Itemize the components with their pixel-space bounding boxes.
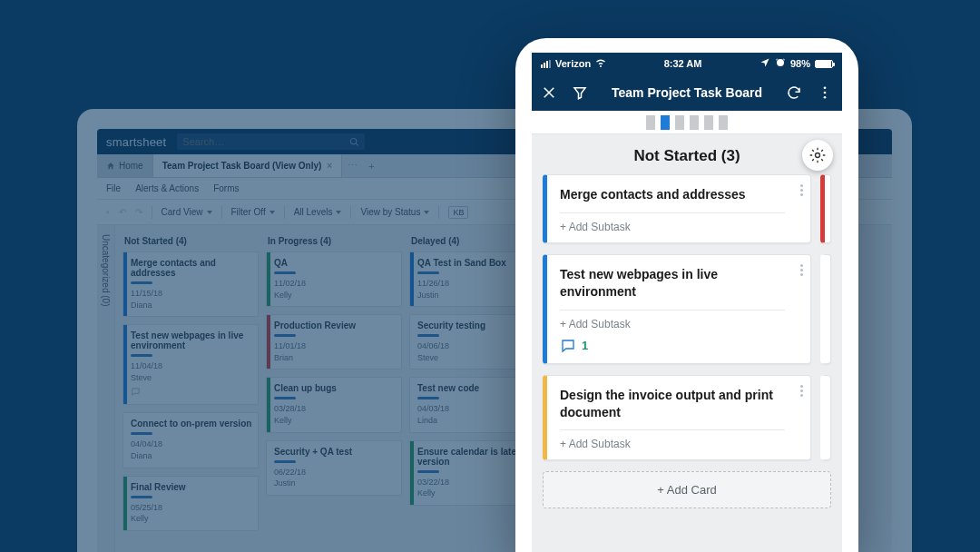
card-title: Merge contacts and addresses — [560, 186, 785, 203]
card-menu-icon[interactable] — [800, 264, 803, 276]
battery-icon — [815, 60, 833, 68]
status-time: 8:32 AM — [664, 58, 702, 69]
lane-card[interactable]: Production Review11/01/18Brian — [266, 314, 402, 370]
carrier-label: Verizon — [555, 58, 591, 69]
viewby-button[interactable]: View by Status — [360, 207, 429, 217]
card-title: Test new webpages in live environment — [560, 266, 785, 301]
battery-pct: 98% — [790, 58, 810, 69]
lane-card-title: Security + QA test — [274, 447, 396, 457]
lane-card[interactable]: Connect to on-prem version04/04/18Diana — [122, 412, 259, 468]
lane-card-title: Clean up bugs — [274, 383, 396, 393]
uncategorized-lane[interactable]: Uncategorized (0) — [97, 225, 115, 552]
close-tab-icon[interactable]: × — [327, 161, 332, 171]
svg-point-1 — [824, 92, 827, 94]
column-title: Not Started (3) — [633, 147, 740, 165]
task-card[interactable]: Test new webpages in live environment + … — [543, 254, 811, 364]
lane-card[interactable]: Test new webpages in live environment11/… — [122, 324, 259, 405]
appbar-title: Team Project Task Board — [612, 85, 762, 100]
menu-alerts[interactable]: Alerts & Actions — [135, 183, 199, 193]
lane-header: Not Started (4) — [122, 232, 259, 251]
alarm-icon — [775, 57, 786, 70]
lane-card[interactable]: Merge contacts and addresses11/15/18Dian… — [122, 251, 259, 317]
lane-header: In Progress (4) — [266, 232, 402, 251]
lane-card-assignee: Justin — [274, 478, 396, 489]
wifi-icon — [595, 57, 606, 70]
app-bar: Team Project Task Board — [532, 74, 842, 111]
active-sheet-tab[interactable]: Team Project Task Board (View Only) × — [153, 154, 342, 177]
progress-bar — [131, 281, 152, 284]
peek-next-card[interactable] — [820, 254, 831, 364]
gear-icon — [808, 146, 827, 164]
progress-bar — [274, 334, 296, 337]
brand-logo: smartsheet — [106, 135, 166, 149]
search-icon — [349, 137, 359, 147]
add-subtask-button[interactable]: + Add Subtask — [560, 438, 785, 450]
filter-button[interactable]: Filter Off — [231, 207, 275, 217]
progress-bar — [131, 354, 152, 357]
close-icon[interactable] — [541, 84, 557, 101]
peek-next-card[interactable] — [820, 174, 831, 243]
toolbar-undo-icon[interactable]: ↶ — [119, 207, 126, 217]
peek-next-card[interactable] — [820, 375, 831, 461]
task-card[interactable]: Merge contacts and addresses + Add Subta… — [543, 174, 811, 243]
kb-button[interactable]: KB — [448, 206, 468, 219]
new-tab-button[interactable]: + — [363, 154, 379, 177]
comment-icon — [560, 338, 576, 354]
search-input[interactable] — [177, 133, 349, 150]
lane-indicator[interactable] — [532, 111, 842, 134]
lane-card-title: Test new webpages in live environment — [131, 330, 252, 350]
home-icon — [106, 162, 115, 171]
svg-point-0 — [824, 86, 827, 89]
lane-card-assignee: Kelly — [274, 290, 396, 301]
progress-bar — [274, 460, 296, 463]
lane-card-assignee: Steve — [131, 372, 252, 384]
lane-card-date: 03/28/18 — [274, 403, 396, 415]
lane-card-title: Connect to on-prem version — [131, 419, 252, 429]
lane-card[interactable]: QA11/02/18Kelly — [266, 251, 402, 307]
svg-point-2 — [824, 96, 827, 99]
lane-card-date: 11/01/18 — [274, 340, 396, 352]
lane-card-assignee: Kelly — [131, 513, 252, 525]
add-card-button[interactable]: + Add Card — [543, 471, 831, 508]
comment-count: 1 — [582, 339, 588, 352]
menu-file[interactable]: File — [106, 183, 121, 193]
lane-card-assignee: Diana — [131, 450, 252, 462]
card-menu-icon[interactable] — [800, 385, 803, 397]
column-settings-button[interactable] — [802, 140, 833, 171]
lane-card-date: 11/02/18 — [274, 278, 396, 290]
home-tab-label: Home — [119, 161, 143, 171]
progress-bar — [417, 470, 439, 473]
toolbar-redo-icon[interactable]: ↷ — [135, 207, 142, 217]
search-wrap[interactable] — [177, 133, 365, 150]
active-sheet-label: Team Project Task Board (View Only) — [162, 161, 322, 171]
toolbar-dropdown-icon[interactable]: ▫ — [106, 207, 110, 217]
lane-card[interactable]: Security + QA test06/22/18Justin — [266, 440, 402, 496]
card-view-button[interactable]: Card View — [162, 207, 212, 217]
refresh-icon[interactable] — [786, 84, 802, 101]
task-card[interactable]: Design the invoice output and print docu… — [543, 375, 811, 461]
levels-button[interactable]: All Levels — [294, 207, 342, 217]
lane-card-date: 11/15/18 — [131, 288, 252, 300]
lane: Not Started (4)Merge contacts and addres… — [122, 232, 259, 552]
tab-overflow[interactable]: ⋯ — [342, 154, 363, 177]
card-menu-icon[interactable] — [800, 184, 803, 196]
progress-bar — [131, 496, 152, 498]
filter-icon[interactable] — [572, 84, 588, 101]
lane-card-assignee: Brian — [274, 352, 396, 364]
card-comments[interactable]: 1 — [560, 338, 785, 354]
progress-bar — [131, 432, 152, 435]
lane: In Progress (4)QA11/02/18KellyProduction… — [266, 232, 402, 552]
lane-card[interactable]: Final Review05/25/18Kelly — [122, 476, 259, 531]
column-content: Not Started (3) Merge contacts and addre… — [532, 134, 842, 508]
lane-card-comment-icon[interactable] — [131, 387, 252, 399]
signal-icon — [541, 60, 551, 68]
add-subtask-button[interactable]: + Add Subtask — [560, 318, 785, 330]
lane-card-date: 05/25/18 — [131, 502, 252, 514]
home-tab[interactable]: Home — [97, 154, 153, 177]
lane-card-title: Final Review — [131, 482, 252, 492]
add-subtask-button[interactable]: + Add Subtask — [560, 221, 785, 233]
column-header: Not Started (3) — [543, 142, 831, 174]
lane-card[interactable]: Clean up bugs03/28/18Kelly — [266, 377, 402, 432]
kebab-icon[interactable] — [817, 84, 833, 101]
menu-forms[interactable]: Forms — [213, 183, 239, 193]
